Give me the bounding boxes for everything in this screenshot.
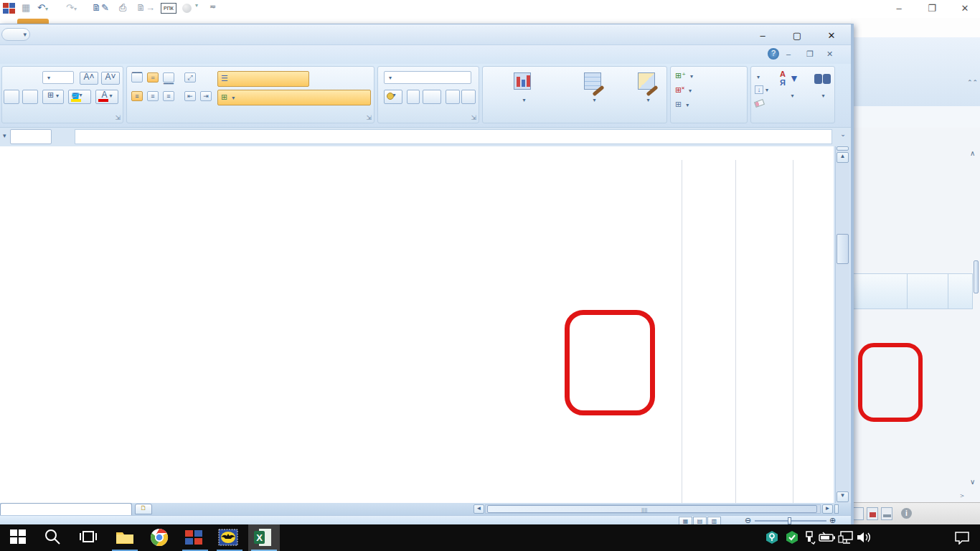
panel-scroll-down-icon[interactable]: ∨	[970, 478, 975, 486]
scroll-up-button[interactable]: ▲	[837, 152, 849, 163]
accounting-format-icon[interactable]	[384, 90, 402, 104]
format-cells-button[interactable]: ⊞	[675, 100, 689, 109]
chrome-icon[interactable]	[149, 527, 169, 547]
hscroll-track[interactable]: ||||	[485, 504, 821, 514]
the-bat-icon[interactable]	[218, 527, 238, 547]
scroll-down-button[interactable]: ▼	[837, 491, 849, 502]
hscroll-thumb[interactable]: ||||	[487, 505, 817, 513]
sheet-grid[interactable]	[0, 146, 834, 503]
decrease-indent-icon[interactable]: ⇤	[184, 91, 196, 101]
comma-style-icon[interactable]	[423, 90, 441, 104]
grand-restore-button[interactable]: ❐	[921, 4, 943, 15]
save-icon[interactable]: ▦	[22, 2, 30, 15]
zoom-slider-thumb[interactable]	[788, 517, 791, 524]
excel-close-button[interactable]: ✕	[819, 30, 844, 42]
notification-center-icon[interactable]	[954, 530, 974, 550]
undo-icon[interactable]: ↶▾	[37, 2, 48, 15]
report-edit-icon[interactable]: 🗎✎	[92, 2, 109, 15]
namebox-dropdown-icon[interactable]: ▾	[3, 132, 6, 139]
workbook-restore-icon[interactable]: ❐	[806, 50, 814, 59]
grow-font-icon[interactable]: А˄	[80, 72, 98, 85]
sphere-dropdown-icon[interactable]: ▾	[195, 2, 198, 15]
file-explorer-icon[interactable]	[115, 527, 135, 547]
taskbar-search-icon[interactable]	[43, 527, 63, 547]
underline-icon[interactable]	[22, 90, 38, 104]
workbook-minimize-icon[interactable]: –	[786, 50, 791, 58]
tab-split-handle[interactable]	[834, 504, 839, 514]
clear-icon[interactable]	[755, 99, 764, 108]
shrink-font-icon[interactable]: А˅	[101, 72, 120, 85]
vertical-scrollbar[interactable]: ▲ ▼	[835, 146, 849, 503]
conditional-formatting-button[interactable]	[489, 71, 557, 105]
align-left-icon[interactable]: ≡	[131, 91, 143, 101]
hscroll-left-button[interactable]: ◄	[473, 504, 484, 514]
align-center-icon[interactable]: ≡	[147, 91, 159, 101]
grand-minimize-button[interactable]: –	[888, 4, 910, 15]
vsplit-handle[interactable]	[837, 146, 849, 151]
print-icon[interactable]: ⎙	[119, 2, 126, 15]
insert-cells-button[interactable]: ⊞⁺	[675, 71, 693, 80]
redo-icon[interactable]: ↷▾	[66, 2, 77, 15]
borders-icon[interactable]: ⊞	[42, 90, 64, 104]
align-bottom-icon[interactable]: ▁▁	[163, 72, 174, 83]
battery-icon[interactable]	[819, 530, 839, 550]
kaspersky-key-icon[interactable]	[765, 530, 785, 550]
find-select-button[interactable]	[810, 91, 834, 100]
font-dialog-launcher-icon[interactable]: ⇲	[115, 114, 121, 121]
start-button[interactable]	[9, 527, 29, 547]
excel-qat[interactable]: ▾	[1, 28, 30, 41]
active-sheet-tab[interactable]	[0, 503, 132, 515]
merge-center-button[interactable]: ⊞	[217, 90, 371, 105]
excel-taskbar-icon[interactable]: X	[253, 527, 273, 547]
grand-status-doc1-icon[interactable]	[852, 507, 864, 520]
qat-customize-icon[interactable]: ≂	[209, 2, 216, 15]
speaker-icon[interactable]	[855, 530, 875, 550]
help-icon[interactable]: ?	[768, 48, 779, 60]
panel-scroll-up-icon[interactable]: ∧	[970, 149, 975, 157]
grand-ribbon-area: ⌃⌃	[851, 37, 980, 106]
fill-color-icon[interactable]: 🪣	[68, 90, 91, 104]
align-top-icon[interactable]: ▔▔	[131, 72, 143, 83]
grand-close-button[interactable]: ✕	[954, 4, 976, 15]
cell-styles-button[interactable]	[629, 71, 665, 105]
name-box[interactable]	[10, 129, 52, 144]
number-dialog-launcher-icon[interactable]: ⇲	[471, 114, 476, 121]
align-right-icon[interactable]: ≡	[163, 91, 174, 101]
increase-indent-icon[interactable]: ⇥	[200, 91, 212, 101]
increase-decimal-icon[interactable]	[446, 90, 460, 104]
percent-style-icon[interactable]	[407, 90, 420, 104]
grand-status-doc2-icon[interactable]	[867, 507, 878, 520]
wrap-text-button[interactable]: ☰	[217, 71, 309, 87]
grand-smeta-taskbar-icon[interactable]	[184, 527, 204, 547]
excel-maximize-button[interactable]: ▢	[785, 30, 809, 42]
decrease-decimal-icon[interactable]	[461, 90, 476, 104]
taskbar: X	[0, 524, 980, 551]
rpk-doc-icon[interactable]: РПК	[161, 3, 176, 14]
formula-input[interactable]	[75, 129, 832, 144]
sort-filter-button[interactable]	[774, 91, 809, 100]
bold-icon[interactable]	[4, 90, 19, 104]
expand-formula-bar-icon[interactable]: ⌄	[837, 131, 849, 143]
autosum-icon[interactable]	[755, 70, 760, 81]
sphere-icon[interactable]	[182, 4, 192, 13]
grand-collapse-chevron-icon[interactable]: ⌃⌃	[967, 79, 978, 86]
delete-cells-button[interactable]: ⊞˟	[675, 85, 692, 95]
excel-minimize-button[interactable]: –	[750, 30, 775, 42]
hscroll-right-button[interactable]: ►	[822, 504, 833, 514]
format-as-table-button[interactable]	[560, 71, 626, 105]
font-size-combo[interactable]	[42, 71, 74, 84]
alignment-dialog-launcher-icon[interactable]: ⇲	[366, 114, 372, 121]
vscroll-thumb[interactable]	[837, 234, 849, 264]
workbook-close-icon[interactable]: ✕	[826, 50, 833, 59]
orientation-icon[interactable]: ⤢	[184, 72, 196, 83]
number-format-combo[interactable]	[384, 71, 471, 84]
insert-worksheet-tab[interactable]: 🗋	[135, 504, 152, 514]
panel-scroll-right-icon[interactable]: ＞	[958, 491, 966, 501]
font-color-icon[interactable]: А	[95, 90, 118, 104]
align-middle-icon[interactable]: ＝	[147, 72, 159, 83]
task-view-icon[interactable]	[79, 527, 99, 547]
export-icon[interactable]: 🗎→	[136, 2, 155, 15]
grand-status-doc3-icon[interactable]	[881, 507, 892, 520]
fill-icon[interactable]: ↓	[755, 85, 768, 94]
panel-vscroll-thumb[interactable]	[974, 260, 979, 293]
